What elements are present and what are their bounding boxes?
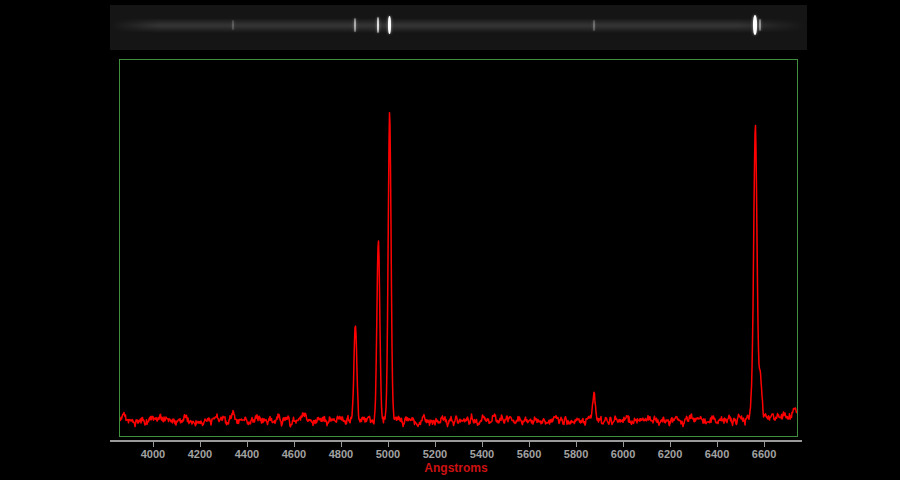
spectroscopy-app-window: 4000420044004600480050005200540056005800… bbox=[0, 0, 900, 480]
x-tick-label: 5200 bbox=[423, 448, 447, 460]
x-tick-mark bbox=[670, 442, 671, 447]
x-tick-mark bbox=[153, 442, 154, 447]
x-tick-label: 4000 bbox=[141, 448, 165, 460]
x-tick-label: 6600 bbox=[752, 448, 776, 460]
x-tick-label: 5800 bbox=[564, 448, 588, 460]
x-tick-label: 6400 bbox=[705, 448, 729, 460]
strip-emission-line bbox=[593, 20, 595, 31]
strip-emission-line bbox=[232, 20, 234, 30]
x-tick-mark bbox=[764, 442, 765, 447]
x-axis-title: Angstroms bbox=[424, 461, 487, 475]
x-tick-mark bbox=[341, 442, 342, 447]
x-tick-mark bbox=[576, 442, 577, 447]
spectrum-strip-image bbox=[110, 5, 807, 50]
x-tick-mark bbox=[247, 442, 248, 447]
x-tick-label: 5400 bbox=[470, 448, 494, 460]
strip-emission-line bbox=[388, 16, 391, 34]
x-tick-label: 4400 bbox=[235, 448, 259, 460]
x-tick-label: 6200 bbox=[658, 448, 682, 460]
strip-continuum-band bbox=[110, 18, 807, 33]
x-tick-label: 5000 bbox=[376, 448, 400, 460]
spectrum-trace bbox=[120, 113, 797, 427]
x-tick-mark bbox=[482, 442, 483, 447]
x-tick-mark bbox=[717, 442, 718, 447]
x-tick-mark bbox=[388, 442, 389, 447]
x-tick-label: 4200 bbox=[188, 448, 212, 460]
x-tick-mark bbox=[294, 442, 295, 447]
plot-frame bbox=[119, 59, 798, 437]
x-tick-label: 4800 bbox=[329, 448, 353, 460]
x-tick-label: 6000 bbox=[611, 448, 635, 460]
x-tick-label: 5600 bbox=[517, 448, 541, 460]
x-tick-mark bbox=[529, 442, 530, 447]
spectrum-plot-canvas[interactable] bbox=[120, 60, 797, 436]
x-tick-mark bbox=[435, 442, 436, 447]
x-axis-line bbox=[110, 440, 802, 442]
x-tick-label: 4600 bbox=[282, 448, 306, 460]
x-tick-mark bbox=[623, 442, 624, 447]
x-tick-mark bbox=[200, 442, 201, 447]
